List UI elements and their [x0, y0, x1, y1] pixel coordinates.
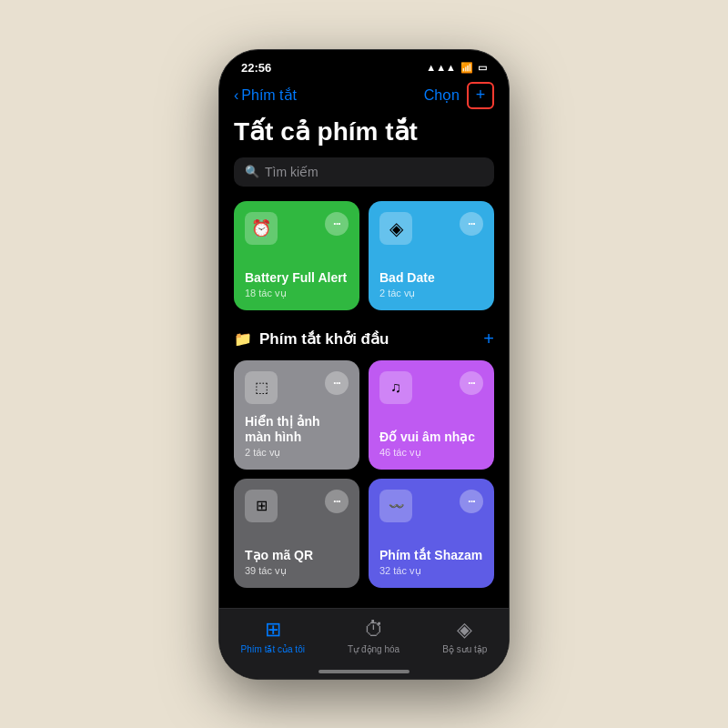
qr-card-tasks: 39 tác vụ — [245, 565, 349, 577]
baddate-card-name: Bad Date — [379, 270, 483, 286]
battery-card-name: Battery Full Alert — [245, 270, 349, 286]
phone-frame: 22:56 ▲▲▲ 📶 ▭ ‹ Phím tắt Chọn + Tất cả p… — [218, 49, 510, 680]
card-top: ◈ ··· — [379, 212, 483, 245]
status-time: 22:56 — [241, 61, 271, 75]
starter-add-button[interactable]: + — [483, 329, 494, 349]
qr-card-menu[interactable]: ··· — [325, 490, 349, 513]
shortcut-shazam[interactable]: 〰️ ··· Phím tắt Shazam 32 tác vụ — [369, 479, 494, 588]
shortcut-bad-date[interactable]: ◈ ··· Bad Date 2 tác vụ — [369, 201, 494, 310]
card-bottom: Hiển thị ảnh màn hình 2 tác vụ — [245, 414, 349, 459]
shortcut-music-quiz[interactable]: ♫ ··· Đố vui âm nhạc 46 tác vụ — [369, 360, 494, 470]
battery-card-menu[interactable]: ··· — [325, 212, 349, 236]
plus-icon: + — [476, 86, 486, 105]
choose-button[interactable]: Chọn — [424, 86, 460, 104]
tab-gallery-label: Bộ sưu tập — [442, 644, 487, 654]
tab-automation-icon: ⏱ — [364, 618, 384, 642]
screen-card-menu[interactable]: ··· — [325, 371, 349, 395]
nav-back-label[interactable]: Phím tắt — [241, 86, 297, 104]
nav-bar: ‹ Phím tắt Chọn + — [219, 78, 509, 116]
tab-gallery-icon: ◈ — [457, 618, 472, 642]
status-bar: 22:56 ▲▲▲ 📶 ▭ — [219, 50, 509, 78]
starter-section-title: Phím tắt khởi đầu — [259, 329, 389, 349]
qr-card-icon: ⊞ — [245, 490, 278, 522]
search-bar[interactable]: 🔍 Tìm kiếm — [234, 157, 494, 187]
tab-automation-label: Tự động hóa — [348, 644, 399, 654]
card-top: ⬚ ··· — [245, 371, 349, 404]
baddate-card-icon: ◈ — [379, 212, 412, 245]
card-bottom: Phím tắt Shazam 32 tác vụ — [379, 548, 483, 577]
shortcut-qr-code[interactable]: ⊞ ··· Tạo mã QR 39 tác vụ — [234, 479, 359, 588]
screen-card-tasks: 2 tác vụ — [245, 447, 349, 459]
tab-my-shortcuts[interactable]: ⊞ Phím tắt của tôi — [241, 618, 305, 654]
battery-card-icon: ⏰ — [245, 212, 278, 245]
home-indicator — [318, 670, 410, 673]
nav-right-actions: Chọn + — [424, 82, 494, 109]
search-placeholder: Tìm kiếm — [265, 165, 318, 179]
shazam-card-menu[interactable]: ··· — [460, 490, 483, 513]
search-icon: 🔍 — [245, 165, 259, 178]
main-content: Tất cả phím tắt 🔍 Tìm kiếm ⏰ ··· Battery… — [219, 116, 509, 636]
battery-icon: ▭ — [478, 62, 487, 74]
tab-gallery[interactable]: ◈ Bộ sưu tập — [442, 618, 487, 654]
card-bottom: Đố vui âm nhạc 46 tác vụ — [379, 430, 483, 459]
wifi-icon: 📶 — [460, 62, 473, 74]
folder-icon: 📁 — [234, 330, 252, 348]
baddate-card-menu[interactable]: ··· — [460, 212, 483, 236]
starter-shortcuts-grid: ⬚ ··· Hiển thị ảnh màn hình 2 tác vụ ♫ ·… — [234, 360, 494, 588]
shortcut-battery-full-alert[interactable]: ⏰ ··· Battery Full Alert 18 tác vụ — [234, 201, 359, 310]
section-header-left: 📁 Phím tắt khởi đầu — [234, 329, 389, 349]
my-shortcuts-grid: ⏰ ··· Battery Full Alert 18 tác vụ ◈ ···… — [234, 201, 494, 310]
music-card-icon: ♫ — [379, 371, 412, 404]
shazam-card-tasks: 32 tác vụ — [379, 565, 483, 577]
card-bottom: Bad Date 2 tác vụ — [379, 270, 483, 299]
music-card-tasks: 46 tác vụ — [379, 447, 483, 459]
card-top: ⏰ ··· — [245, 212, 349, 245]
music-card-name: Đố vui âm nhạc — [379, 430, 483, 445]
signal-icon: ▲▲▲ — [426, 62, 456, 73]
battery-card-tasks: 18 tác vụ — [245, 288, 349, 299]
shazam-card-icon: 〰️ — [379, 490, 412, 522]
card-top: ⊞ ··· — [245, 490, 349, 522]
nav-back-button[interactable]: ‹ Phím tắt — [234, 86, 297, 104]
shazam-card-name: Phím tắt Shazam — [379, 548, 483, 563]
screen-card-icon: ⬚ — [245, 371, 278, 404]
baddate-card-tasks: 2 tác vụ — [379, 288, 483, 299]
page-title: Tất cả phím tắt — [234, 116, 494, 147]
music-card-menu[interactable]: ··· — [460, 371, 483, 395]
add-shortcut-button[interactable]: + — [467, 82, 494, 109]
starter-section-header: 📁 Phím tắt khởi đầu + — [234, 329, 494, 349]
screen-card-name: Hiển thị ảnh màn hình — [245, 414, 349, 445]
tab-my-shortcuts-label: Phím tắt của tôi — [241, 644, 305, 654]
card-top: ♫ ··· — [379, 371, 483, 404]
tab-bar: ⊞ Phím tắt của tôi ⏱ Tự động hóa ◈ Bộ sư… — [219, 608, 509, 679]
card-top: 〰️ ··· — [379, 490, 483, 522]
tab-my-shortcuts-icon: ⊞ — [265, 618, 281, 642]
card-bottom: Battery Full Alert 18 tác vụ — [245, 270, 349, 299]
chevron-left-icon: ‹ — [234, 87, 238, 104]
shortcut-screen-display[interactable]: ⬚ ··· Hiển thị ảnh màn hình 2 tác vụ — [234, 360, 359, 470]
card-bottom: Tạo mã QR 39 tác vụ — [245, 548, 349, 577]
qr-card-name: Tạo mã QR — [245, 548, 349, 563]
status-icons: ▲▲▲ 📶 ▭ — [426, 62, 487, 74]
tab-automation[interactable]: ⏱ Tự động hóa — [348, 618, 399, 654]
